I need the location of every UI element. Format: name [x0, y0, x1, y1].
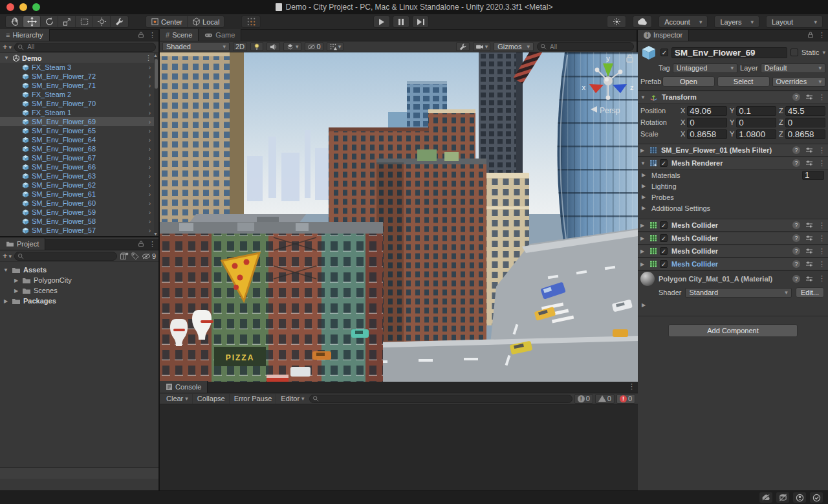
kebab-menu-icon[interactable]: ⋮: [149, 241, 156, 248]
scene-lighting-toggle[interactable]: [250, 42, 263, 51]
background-tasks-icon[interactable]: [810, 492, 823, 503]
scene-kebab-icon[interactable]: ⋮: [145, 54, 152, 61]
renderer-foldout[interactable]: ▶Probes: [638, 192, 828, 203]
help-icon[interactable]: ?: [792, 247, 800, 255]
scene-search-input[interactable]: [549, 43, 631, 51]
step-button[interactable]: [412, 16, 429, 28]
rotate-tool-button[interactable]: [41, 16, 58, 27]
axis-label[interactable]: Z: [779, 130, 783, 138]
material-preview-foldout[interactable]: ▶: [638, 299, 828, 309]
axis-label[interactable]: Z: [779, 118, 783, 126]
console-info-toggle[interactable]: !0: [574, 394, 593, 404]
gizmos-dropdown[interactable]: Gizmos▾: [494, 42, 534, 51]
prefab-cube-icon[interactable]: [640, 44, 657, 61]
help-icon[interactable]: ?: [792, 234, 800, 242]
console-search-input[interactable]: [321, 395, 569, 403]
hierarchy-item[interactable]: SM_Env_Flower_68›: [0, 144, 158, 153]
tab-inspector[interactable]: i Inspector: [638, 30, 689, 41]
foldout-open-icon[interactable]: ▼: [4, 55, 10, 61]
scroll-down-icon[interactable]: ▼: [153, 232, 158, 236]
foldout-closed-icon[interactable]: ▶: [642, 172, 648, 178]
help-icon[interactable]: ?: [792, 93, 800, 101]
console-collapse-button[interactable]: Collapse: [193, 394, 230, 404]
tag-dropdown[interactable]: Untagged▾: [673, 63, 737, 73]
search-by-label-icon[interactable]: [131, 252, 139, 260]
prefab-chevron-icon[interactable]: ›: [149, 127, 151, 135]
2d-toggle-button[interactable]: 2D: [233, 42, 247, 51]
foldout-open-icon[interactable]: ▼: [640, 160, 647, 166]
axis-label[interactable]: X: [681, 130, 685, 138]
foldout-closed-icon[interactable]: ▶: [13, 278, 19, 283]
prefab-chevron-icon[interactable]: ›: [149, 218, 151, 225]
presets-icon[interactable]: [805, 222, 813, 228]
hierarchy-item[interactable]: SM_Env_Flower_60›: [0, 199, 158, 208]
add-component-button[interactable]: Add Component: [668, 324, 798, 337]
foldout-open-icon[interactable]: ▼: [640, 94, 647, 100]
axis-value-field[interactable]: [687, 129, 727, 139]
prefab-chevron-icon[interactable]: ›: [149, 118, 151, 126]
static-checkbox[interactable]: [790, 49, 798, 56]
hierarchy-item[interactable]: SM_Env_Flower_67›: [0, 153, 158, 162]
hierarchy-scrollbar[interactable]: ▲ ▼: [154, 53, 158, 236]
component-enabled-checkbox[interactable]: ✓: [660, 234, 668, 242]
presets-icon[interactable]: [805, 248, 813, 254]
axis-value-field[interactable]: [785, 118, 825, 127]
hierarchy-item[interactable]: SM_Env_Flower_58›: [0, 217, 158, 226]
presets-icon[interactable]: [805, 147, 813, 153]
axis-value-field[interactable]: [785, 106, 825, 116]
foldout-closed-icon[interactable]: ▶: [642, 205, 648, 211]
axis-label[interactable]: Y: [730, 130, 734, 138]
scene-camera-dropdown[interactable]: ▾: [473, 42, 491, 51]
materials-foldout[interactable]: ▶ Materials: [638, 170, 828, 181]
prefab-chevron-icon[interactable]: ›: [149, 64, 151, 71]
console-editor-dropdown[interactable]: Editor▾: [277, 394, 308, 404]
console-error-toggle[interactable]: !0: [616, 394, 635, 404]
gameobject-name-input[interactable]: [671, 47, 787, 58]
materials-size-field[interactable]: [802, 171, 824, 180]
kebab-menu-icon[interactable]: ⋮: [818, 94, 825, 101]
foldout-closed-icon[interactable]: ▶: [640, 261, 647, 267]
preview-packages-button[interactable]: [607, 16, 626, 28]
lock-icon[interactable]: [138, 240, 144, 248]
help-icon[interactable]: ?: [792, 260, 800, 268]
kebab-menu-icon[interactable]: ⋮: [818, 235, 825, 242]
lock-icon[interactable]: [807, 31, 814, 39]
pause-button[interactable]: [393, 16, 409, 28]
cloud-services-button[interactable]: [633, 16, 652, 28]
collab-offline-icon[interactable]: [759, 492, 772, 503]
hierarchy-item[interactable]: SM_Env_Flower_69›: [0, 117, 158, 126]
help-icon[interactable]: ?: [792, 159, 800, 167]
hierarchy-item[interactable]: SM_Env_Flower_61›: [0, 190, 158, 199]
axis-value-field[interactable]: [736, 129, 776, 139]
prefab-chevron-icon[interactable]: ›: [149, 82, 151, 89]
scrollbar-thumb[interactable]: [155, 59, 158, 89]
hand-tool-button[interactable]: [6, 16, 23, 27]
kebab-menu-icon[interactable]: ⋮: [149, 32, 156, 39]
project-item-polygoncity[interactable]: ▶ PolygonCity: [0, 275, 158, 285]
mesh-collider-component-header[interactable]: ▶✓Mesh Collider?⋮: [638, 219, 828, 232]
pivot-mode-button[interactable]: Center: [146, 16, 188, 27]
material-header[interactable]: Polygon City_Mat_01_A (Material) ? ⋮: [638, 270, 828, 286]
component-enabled-checkbox[interactable]: ✓: [660, 260, 668, 268]
scene-visibility-toggle[interactable]: 0: [305, 42, 323, 51]
foldout-open-icon[interactable]: ▼: [3, 267, 9, 273]
project-item-scenes[interactable]: ▶ Scenes: [0, 285, 158, 296]
cache-server-offline-icon[interactable]: [776, 492, 789, 503]
axis-label[interactable]: Y: [730, 107, 734, 115]
renderer-foldout[interactable]: ▶Additional Settings: [638, 203, 828, 214]
foldout-closed-icon[interactable]: ▶: [640, 223, 647, 228]
foldout-closed-icon[interactable]: ▶: [640, 236, 647, 241]
create-object-button[interactable]: +▾: [3, 42, 12, 52]
axis-value-field[interactable]: [785, 129, 825, 139]
layers-dropdown[interactable]: Layers▾: [714, 16, 759, 28]
scene-audio-toggle[interactable]: [267, 42, 280, 51]
console-error-pause-button[interactable]: Error Pause: [230, 394, 277, 404]
prefab-chevron-icon[interactable]: ›: [149, 227, 151, 234]
axis-label[interactable]: X: [681, 107, 685, 115]
hierarchy-item[interactable]: SM_Env_Flower_57›: [0, 226, 158, 235]
custom-tool-button[interactable]: [111, 16, 128, 27]
prefab-chevron-icon[interactable]: ›: [149, 100, 151, 107]
foldout-closed-icon[interactable]: ▶: [640, 148, 647, 153]
scene-tools-overlay-button[interactable]: [456, 42, 470, 51]
presets-icon[interactable]: [805, 235, 813, 241]
